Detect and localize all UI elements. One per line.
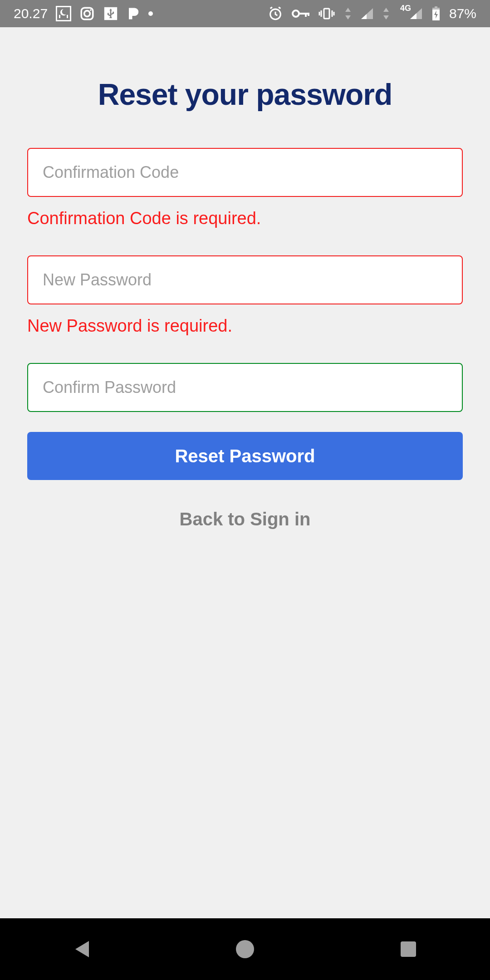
reset-password-button[interactable]: Reset Password (27, 432, 463, 480)
svg-rect-8 (305, 13, 307, 17)
svg-rect-0 (56, 6, 70, 20)
data-updown-icon (344, 7, 352, 20)
svg-rect-15 (401, 941, 416, 957)
vibrate-icon (318, 7, 336, 20)
confirm-password-input[interactable] (27, 363, 463, 412)
svg-rect-10 (324, 9, 329, 19)
data-updown-2-icon (382, 7, 390, 20)
status-right: 4G 87% (268, 6, 476, 21)
circle-home-icon (235, 939, 255, 959)
nav-home-button[interactable] (200, 918, 290, 980)
new-password-input[interactable] (27, 255, 463, 304)
nav-recent-button[interactable] (363, 918, 454, 980)
main-content: Reset your password Confirmation Code is… (0, 27, 490, 918)
nav-back-button[interactable] (36, 918, 127, 980)
signal-2-icon (409, 7, 423, 20)
prayer-app-icon (56, 6, 71, 21)
battery-text: 87% (449, 6, 476, 21)
clock-text: 20.27 (14, 6, 48, 21)
svg-point-6 (293, 10, 299, 17)
pandora-icon (127, 6, 140, 21)
confirmation-code-input[interactable] (27, 148, 463, 197)
triangle-back-icon (73, 939, 91, 959)
svg-point-3 (90, 10, 91, 11)
alarm-icon (268, 6, 283, 21)
confirmation-code-error: Confirmation Code is required. (27, 209, 463, 228)
svg-rect-9 (308, 13, 309, 16)
square-recent-icon (399, 940, 417, 958)
back-to-signin-link[interactable]: Back to Sign in (27, 509, 463, 529)
vpn-key-icon (291, 8, 309, 19)
more-dot-icon (148, 11, 153, 16)
page-title: Reset your password (27, 77, 463, 112)
svg-rect-13 (435, 6, 437, 8)
signal-1-icon (360, 7, 374, 20)
svg-point-14 (236, 940, 254, 958)
svg-rect-7 (299, 13, 309, 15)
usb-icon (103, 6, 118, 21)
svg-point-2 (84, 11, 90, 17)
new-password-error: New Password is required. (27, 316, 463, 336)
status-bar: 20.27 4G (0, 0, 490, 27)
instagram-icon (79, 6, 95, 21)
nav-bar (0, 918, 490, 980)
network-type-label: 4G (400, 4, 411, 13)
battery-charging-icon (431, 6, 441, 21)
status-left: 20.27 (14, 6, 153, 21)
